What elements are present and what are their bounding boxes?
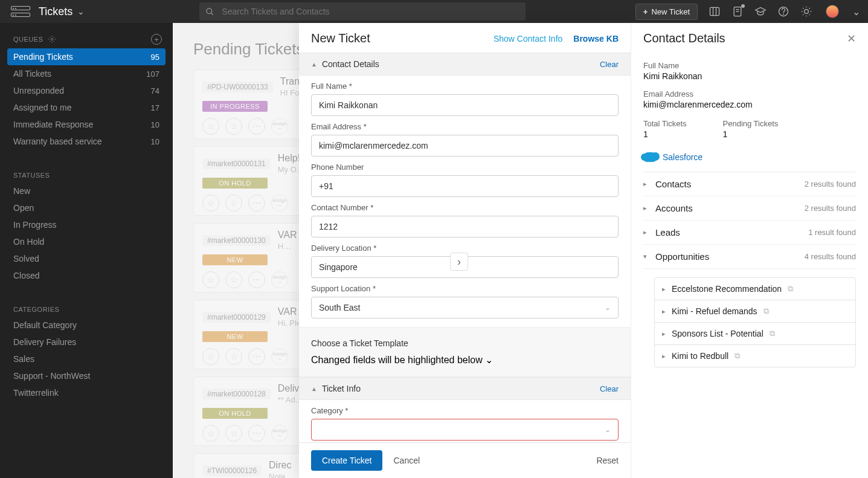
external-link-icon[interactable]: ⧉ [788,284,793,294]
contact-body: Full Name Kimi Raikkonan Email Address k… [631,53,868,367]
user-avatar[interactable] [826,5,839,18]
svg-point-11 [51,38,54,40]
reset-button[interactable]: Reset [596,456,619,465]
sidebar-item-count: 74 [151,86,159,95]
svg-point-10 [805,10,809,14]
salesforce-integration[interactable]: Salesforce [643,152,856,172]
email-input[interactable] [311,135,619,157]
sidebar-item-queue[interactable]: Immediate Response10 [0,116,173,133]
full-name-input[interactable] [311,94,619,116]
plus-icon: + [643,7,648,16]
sidebar-item-category[interactable]: Twitterrelink [0,384,173,401]
sidebar-item-queue[interactable]: All Tickets107 [0,65,173,82]
sidebar: QUEUES + Pending Tickets95All Tickets107… [0,23,173,478]
sidebar-item-label: On Hold [13,237,44,247]
sidebar-item-label: Immediate Response [13,120,93,129]
app-logo[interactable] [11,6,30,17]
sf-group[interactable]: ▾ Opportunities 4 results found [643,245,856,269]
section-title: Contact Details [322,59,379,69]
sidebar-item-label: Open [13,203,34,213]
chevron-down-icon[interactable]: ⌄ [852,5,860,18]
sidebar-item-label: Delivery Failures [13,337,76,347]
browse-kb-link[interactable]: Browse KB [573,34,619,44]
sidebar-item-status[interactable]: New [0,182,173,199]
cancel-button[interactable]: Cancel [393,456,420,465]
sidebar-item-category[interactable]: Default Category [0,317,173,334]
search-icon [205,7,214,16]
sidebar-item-status[interactable]: Solved [0,250,173,267]
opportunity-item[interactable]: ▸ Eccelstone Recommendation ⧉ [655,278,855,300]
opportunity-name: Kimi - Refuel demands [672,306,757,316]
section-label: STATUSES [13,172,50,179]
chevron-down-icon[interactable]: ⌄ [77,7,85,16]
academy-icon[interactable] [754,5,767,18]
help-icon[interactable] [777,5,789,18]
template-select[interactable]: Changed fields will be highlighted below… [311,354,570,366]
sidebar-item-queue[interactable]: Warranty based service10 [0,133,173,150]
notes-icon[interactable] [731,5,744,18]
theme-icon[interactable] [800,5,812,18]
section-ticket-info[interactable]: ▲ Ticket Info Clear [299,377,631,400]
sidebar-item-label: Support - NorthWest [13,371,90,381]
panel-header: New Ticket Show Contact Info Browse KB [299,23,631,53]
salesforce-icon [643,152,657,162]
search-input[interactable] [222,7,519,16]
phone-input[interactable] [311,175,619,197]
sidebar-item-label: Unresponded [13,86,64,95]
new-ticket-button[interactable]: + New Ticket [635,4,698,20]
sidebar-item-label: Pending Tickets [13,52,73,62]
sf-group[interactable]: ▸ Accounts 2 results found [643,196,856,221]
sidebar-item-status[interactable]: Closed [0,267,173,284]
sidebar-item-status[interactable]: Open [0,199,173,216]
sidebar-item-queue[interactable]: Unresponded74 [0,82,173,99]
category-select[interactable]: ⌄ [311,419,619,441]
sidebar-item-category[interactable]: Support - NorthWest [0,367,173,384]
sidebar-item-category[interactable]: Delivery Failures [0,334,173,350]
svg-rect-2 [710,7,719,15]
chevron-right-icon: ▸ [643,228,649,236]
global-search[interactable] [199,2,526,21]
panel-toggle-chevron[interactable]: › [450,253,468,271]
contact-details-panel: Contact Details ✕ Full Name Kimi Raikkon… [631,23,868,478]
sidebar-item-status[interactable]: On Hold [0,233,173,250]
sf-group-name: Contacts [655,179,691,189]
sidebar-item-category[interactable]: Sales [0,350,173,367]
close-icon[interactable]: ✕ [847,32,856,45]
sf-group-name: Opportunities [655,251,709,262]
opportunity-item[interactable]: ▸ Kimi - Refuel demands ⧉ [655,300,855,323]
sidebar-item-queue[interactable]: Assigned to me17 [0,99,173,116]
external-link-icon[interactable]: ⧉ [735,351,740,361]
gear-icon[interactable] [48,35,56,44]
create-ticket-button[interactable]: Create Ticket [311,450,382,471]
section-contact-details[interactable]: ▲ Contact Details Clear [299,53,631,76]
opportunity-item[interactable]: ▸ Kimi to Redbull ⧉ [655,345,855,367]
sf-group-count: 4 results found [805,252,856,261]
field-label: Full Name * [311,82,619,91]
sidebar-item-queue[interactable]: Pending Tickets95 [7,48,166,65]
sf-group[interactable]: ▸ Leads 1 result found [643,221,856,245]
external-link-icon[interactable]: ⧉ [764,306,769,316]
panel-header: Contact Details ✕ [631,23,868,53]
chevron-down-icon: ⌄ [605,425,611,434]
sidebar-item-status[interactable]: In Progress [0,216,173,233]
add-queue-button[interactable]: + [151,34,162,45]
field-label: Email Address [643,89,856,99]
select-value: South East [319,303,361,312]
sf-group[interactable]: ▸ Contacts 2 results found [643,172,856,196]
modal-footer: Create Ticket Cancel Reset [299,442,631,478]
field-label: Full Name [643,61,856,70]
support-location-select[interactable]: South East ⌄ [311,297,619,318]
opportunity-item[interactable]: ▸ Sponsors List - Potential ⧉ [655,323,855,345]
map-icon[interactable] [709,5,721,18]
section-clear-link[interactable]: Clear [600,60,619,69]
form-scroll[interactable]: ▲ Contact Details Clear Full Name * Emai… [299,53,631,442]
module-title[interactable]: Tickets [39,5,72,18]
field-label: Total Tickets [643,119,687,128]
show-contact-link[interactable]: Show Contact Info [493,34,562,44]
salesforce-label: Salesforce [663,152,702,162]
external-link-icon[interactable]: ⧉ [770,329,775,338]
section-clear-link[interactable]: Clear [600,384,619,393]
select-placeholder: Changed fields will be highlighted below [311,355,483,365]
chevron-right-icon: ▸ [662,285,666,293]
contact-number-input[interactable] [311,216,619,237]
